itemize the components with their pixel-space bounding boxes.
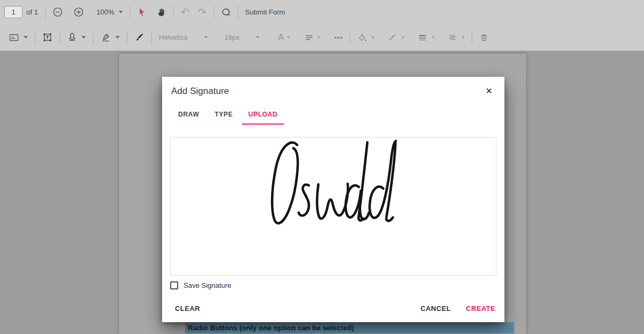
zoom-in-icon xyxy=(74,7,84,17)
line-thickness-dropdown[interactable] xyxy=(418,33,435,42)
zoom-level-dropdown[interactable]: 100% xyxy=(97,8,123,16)
signature-image xyxy=(171,137,496,275)
divider xyxy=(127,31,127,44)
divider xyxy=(60,31,60,44)
text-align-dropdown[interactable] xyxy=(304,33,320,42)
section-heading-highlight: Radio Buttons (only one option can be se… xyxy=(185,322,514,333)
modal-title: Add Signature xyxy=(171,86,229,97)
footer-actions: CANCEL CREATE xyxy=(421,301,495,316)
zoom-level-value: 100% xyxy=(97,8,114,16)
divider xyxy=(350,31,350,44)
stamp-icon xyxy=(67,32,77,42)
chevron-down-icon xyxy=(287,37,290,39)
comment-tool-button[interactable] xyxy=(221,8,231,17)
chevron-down-icon xyxy=(255,36,260,39)
signature-preview-canvas[interactable]: Oswald xyxy=(170,137,496,275)
redo-button[interactable]: ↷ xyxy=(198,7,207,17)
chevron-down-icon xyxy=(119,11,123,13)
redo-icon: ↷ xyxy=(198,7,207,17)
more-options-button[interactable]: ••• xyxy=(334,33,343,41)
tab-type[interactable]: TYPE xyxy=(208,107,239,125)
clear-button[interactable]: CLEAR xyxy=(175,301,200,316)
divider xyxy=(45,6,46,19)
divider xyxy=(151,31,152,44)
font-size-value: 16px xyxy=(224,33,239,41)
select-tool-button[interactable] xyxy=(137,8,147,17)
stamp-tool-dropdown[interactable] xyxy=(67,32,86,42)
chevron-down-icon xyxy=(401,37,405,39)
trash-icon xyxy=(479,33,489,42)
save-signature-checkbox[interactable] xyxy=(170,281,178,289)
divider xyxy=(238,6,238,19)
chevron-down-icon xyxy=(317,37,320,39)
undo-button[interactable]: ↶ xyxy=(181,7,189,17)
close-button[interactable]: ✕ xyxy=(485,86,494,97)
paint-bucket-icon xyxy=(357,33,367,42)
zoom-out-icon xyxy=(53,7,63,17)
signature-tool-dropdown[interactable] xyxy=(100,32,120,43)
zoom-in-button[interactable] xyxy=(74,7,84,17)
save-signature-row: Save Signature xyxy=(170,281,504,289)
font-family-value: Helvetica xyxy=(159,33,187,41)
brush-tool-button[interactable] xyxy=(134,32,144,42)
text-color-icon: A xyxy=(278,33,284,42)
chevron-down-icon xyxy=(431,37,435,39)
chevron-down-icon xyxy=(24,36,28,39)
fill-color-dropdown[interactable] xyxy=(357,33,375,42)
free-text-tool-button[interactable] xyxy=(42,32,53,42)
page-count-label: of 1 xyxy=(26,8,38,16)
submit-form-label: Submit Form xyxy=(245,8,285,16)
brush-icon xyxy=(134,32,144,42)
close-icon: ✕ xyxy=(486,86,493,96)
opacity-dots-icon xyxy=(448,33,457,42)
undo-icon: ↶ xyxy=(181,7,189,17)
font-family-dropdown[interactable]: Helvetica xyxy=(159,33,208,41)
image-tool-dropdown[interactable] xyxy=(9,32,28,43)
tab-draw[interactable]: DRAW xyxy=(172,107,206,125)
align-left-icon xyxy=(304,33,314,42)
signature-pen-icon xyxy=(100,32,111,43)
chevron-down-icon xyxy=(115,36,120,39)
more-icon: ••• xyxy=(334,33,343,41)
top-toolbar: of 1 100% ↶ ↷ Sub xyxy=(0,0,644,24)
cursor-arrow-icon xyxy=(137,8,147,17)
cancel-button[interactable]: CANCEL xyxy=(421,301,451,316)
stroke-line-icon xyxy=(387,33,397,42)
create-button[interactable]: CREATE xyxy=(466,301,495,316)
zoom-out-button[interactable] xyxy=(53,7,63,17)
line-thickness-icon xyxy=(418,33,427,42)
delete-button[interactable] xyxy=(479,33,489,42)
divider xyxy=(93,31,93,44)
opacity-dropdown[interactable] xyxy=(448,33,465,42)
section-heading-text: Radio Buttons (only one option can be se… xyxy=(185,324,354,332)
add-signature-modal: Add Signature ✕ DRAW TYPE UPLOAD Oswald xyxy=(162,77,504,322)
divider xyxy=(472,31,472,44)
divider xyxy=(173,6,174,19)
chevron-down-icon xyxy=(371,37,375,39)
chevron-down-icon xyxy=(462,37,465,39)
font-size-dropdown[interactable]: 16px xyxy=(224,33,260,41)
page-number-input[interactable] xyxy=(4,6,23,18)
divider xyxy=(130,6,130,19)
comment-bubble-icon xyxy=(221,8,231,17)
modal-header: Add Signature ✕ xyxy=(162,77,504,97)
divider xyxy=(35,31,35,44)
signature-tabs: DRAW TYPE UPLOAD xyxy=(172,107,504,125)
submit-form-button[interactable]: Submit Form xyxy=(245,8,285,16)
save-signature-label: Save Signature xyxy=(184,281,231,289)
divider xyxy=(214,6,214,19)
tab-upload[interactable]: UPLOAD xyxy=(242,107,284,125)
image-icon xyxy=(9,32,19,43)
chevron-down-icon xyxy=(204,36,208,39)
text-color-dropdown[interactable]: A xyxy=(278,33,290,42)
chevron-down-icon xyxy=(82,36,86,39)
text-box-icon xyxy=(42,32,53,42)
stroke-color-dropdown[interactable] xyxy=(387,33,405,42)
pan-tool-button[interactable] xyxy=(157,8,166,17)
format-toolbar: Helvetica 16px A ••• xyxy=(0,24,644,51)
modal-footer: CLEAR CANCEL CREATE xyxy=(162,301,504,316)
hand-pan-icon xyxy=(157,8,166,17)
